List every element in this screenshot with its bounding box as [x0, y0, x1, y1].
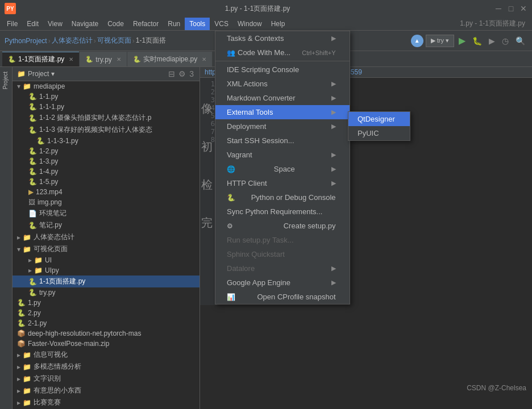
menu-ssh[interactable]: Start SSH Session...: [215, 133, 350, 148]
tree-item-1-1py[interactable]: 🐍 1-1.py: [13, 91, 200, 102]
avatar-icon[interactable]: ▲: [411, 35, 423, 47]
menu-view[interactable]: View: [43, 18, 67, 30]
project-side-tab[interactable]: Project: [0, 67, 13, 94]
maximize-button[interactable]: □: [507, 5, 515, 12]
tree-item-mp4[interactable]: ▶ 123.mp4: [13, 187, 200, 197]
menu-refactor[interactable]: Refactor: [128, 18, 163, 30]
menu-separator-1: [215, 61, 350, 61]
run-config-btn[interactable]: ▶ try ▾: [426, 35, 454, 47]
submenu-pyuic[interactable]: PyUIC: [348, 126, 410, 140]
tree-item-voxel[interactable]: 📦 Faster-VoxelPose-main.zip: [13, 339, 200, 349]
tree-item-1-1-1py[interactable]: 🐍 1-1-1.py: [13, 102, 200, 112]
tree-item-mediapipe[interactable]: ▾ 📁 mediapipe: [13, 81, 200, 91]
tree-item-img[interactable]: 🖼 img.png: [13, 197, 200, 207]
tab-close-main[interactable]: ✕: [69, 56, 73, 62]
tree-item-1-2py[interactable]: 🐍 1-2.py: [13, 146, 200, 156]
tree-item-notepy[interactable]: 🐍 笔记.py: [13, 219, 200, 231]
menu-help[interactable]: Help: [267, 18, 290, 30]
tree-label: 人体姿态估计: [34, 232, 74, 242]
tree-num-btn[interactable]: 3: [188, 69, 195, 78]
profile-button[interactable]: ◷: [500, 36, 511, 45]
menu-code-with-me[interactable]: 👥 Code With Me... Ctrl+Shift+Y: [215, 45, 350, 60]
menu-ide-scripting-console[interactable]: IDE Scripting Console: [215, 62, 350, 77]
coverage-button[interactable]: ▶: [487, 36, 497, 45]
menu-space[interactable]: 🌐 Space ▶: [215, 162, 350, 176]
tree-label: 1-2.py: [39, 147, 58, 155]
menu-markdown[interactable]: Markdown Converter ▶: [215, 91, 350, 105]
tree-item-1-5py[interactable]: 🐍 1-5.py: [13, 177, 200, 187]
submenu-arrow: ▶: [331, 265, 336, 272]
tree-item-camera[interactable]: 🐍 1-1-2 摄像头拍摄实时人体姿态估计.p: [13, 112, 200, 124]
tree-item-uipy[interactable]: ▸ 📁 UIpy: [13, 265, 200, 276]
tree-item-info-visual[interactable]: ▸ 📁 信息可视化: [13, 349, 200, 361]
tree-item-2-1py[interactable]: 🐍 2-1.py: [13, 318, 200, 328]
py-file-icon: 🐍: [28, 222, 37, 229]
menu-cprofile[interactable]: 📊 Open CProfile snapshot: [215, 290, 350, 304]
minimize-button[interactable]: ─: [494, 5, 502, 12]
tree-item-ui[interactable]: ▸ 📁 UI: [13, 255, 200, 265]
menu-edit[interactable]: Edit: [22, 18, 43, 30]
menu-tasks-contexts[interactable]: Tasks & Contexts ▶: [215, 31, 350, 45]
tab-close-try[interactable]: ✕: [117, 56, 121, 62]
menu-vagrant[interactable]: Vagrant ▶: [215, 148, 350, 162]
menu-run[interactable]: Run: [163, 18, 185, 30]
menu-python-console[interactable]: 🐍 Python or Debug Console: [215, 190, 350, 204]
tree-item-multimodal[interactable]: ▸ 📁 多模态情感分析: [13, 361, 200, 373]
menu-file[interactable]: File: [2, 18, 22, 30]
menu-navigate[interactable]: Navigate: [67, 18, 103, 30]
submenu-qtdesigner[interactable]: QtDesigner: [348, 112, 410, 126]
tree-label: deep-high-resolution-net.pytorch-mas: [28, 329, 141, 337]
search-button[interactable]: 🔍: [513, 36, 527, 45]
tree-item-1-4py[interactable]: 🐍 1-4.py: [13, 166, 200, 177]
tree-item-1-3py[interactable]: 🐍 1-3.py: [13, 156, 200, 166]
tab-main-file[interactable]: 🐍 1-1页面搭建.py ✕: [2, 52, 79, 66]
breadcrumb-project[interactable]: PythonProject: [5, 37, 47, 45]
archive-icon: 📦: [17, 329, 26, 337]
breadcrumb-file[interactable]: 1-1页面搭: [136, 36, 166, 45]
tree-item-1py[interactable]: 🐍 1.py: [13, 298, 200, 308]
menu-code[interactable]: Code: [103, 18, 128, 30]
tree-item-page-build[interactable]: 🐍 1-1页面搭建.py: [13, 276, 200, 287]
toolbar-right: ▲ ▶ try ▾ ▶ 🐛 ▶ ◷ 🔍: [411, 35, 527, 47]
tree-item-ocr[interactable]: ▸ 📁 文字识别: [13, 373, 200, 385]
run-button[interactable]: ▶: [456, 35, 468, 46]
menu-external-tools[interactable]: External Tools ▶: [215, 105, 350, 119]
menu-http-client[interactable]: HTTP Client ▶: [215, 176, 350, 190]
tree-item-save[interactable]: 🐍 1-1-3 保存好的视频实时估计人体姿态: [13, 124, 200, 136]
tree-item-deephr[interactable]: 📦 deep-high-resolution-net.pytorch-mas: [13, 328, 200, 339]
tree-item-2py[interactable]: 🐍 2.py: [13, 308, 200, 318]
menu-window[interactable]: Window: [233, 18, 267, 30]
menu-create-setup[interactable]: ⚙ Create setup.py: [215, 219, 350, 233]
py-file-icon: 🐍: [17, 319, 26, 327]
tree-collapse-btn[interactable]: ⊟: [167, 69, 176, 78]
breadcrumb-folder1[interactable]: 人体姿态估计: [52, 36, 93, 45]
menu-xml-actions[interactable]: XML Actions ▶: [215, 77, 350, 91]
breadcrumb-folder2[interactable]: 可视化页面: [97, 36, 131, 45]
menu-google-app-engine[interactable]: Google App Engine ▶: [215, 276, 350, 290]
menu-sync-requirements[interactable]: Sync Python Requirements...: [215, 204, 350, 219]
python-icon: 🐍: [227, 194, 235, 202]
tree-item-competition[interactable]: ▸ 📁 比赛竞赛: [13, 397, 200, 408]
menu-sphinx: Sphinx Quickstart: [215, 247, 350, 261]
tree-item-interesting[interactable]: ▸ 📁 有意思的小东西: [13, 385, 200, 397]
tree-item-human[interactable]: ▸ 📁 人体姿态估计: [13, 231, 200, 243]
debug-button[interactable]: 🐛: [470, 36, 484, 45]
submenu-arrow: ▶: [331, 151, 336, 158]
menu-deployment[interactable]: Deployment ▶: [215, 119, 350, 133]
tree-item-visual[interactable]: ▾ 📁 可视化页面: [13, 243, 200, 255]
tree-label: 笔记.py: [39, 220, 62, 230]
menu-tools[interactable]: Tools: [185, 18, 210, 30]
close-button[interactable]: ✕: [519, 5, 527, 12]
submenu-arrow: ▶: [331, 35, 336, 42]
tree-item-trypy[interactable]: 🐍 try.py: [13, 287, 200, 298]
window-controls[interactable]: ─ □ ✕: [494, 5, 527, 12]
menu-vcs[interactable]: VCS: [210, 18, 233, 30]
tab-close-mediapipe[interactable]: ✕: [202, 56, 206, 62]
tree-item-notes[interactable]: 📄 环境笔记: [13, 207, 200, 219]
tab-try[interactable]: 🐍 try.py ✕: [80, 52, 126, 66]
tab-mediapipe[interactable]: 🐍 实时mediapipe.py ✕: [127, 52, 212, 66]
py-file-icon: 🐍: [17, 309, 26, 317]
folder-icon: 📁: [23, 82, 31, 90]
tree-settings-btn[interactable]: ⚙: [177, 69, 187, 78]
tree-item-1-1-3-1[interactable]: 🐍 1-1-3-1.py: [13, 136, 200, 146]
